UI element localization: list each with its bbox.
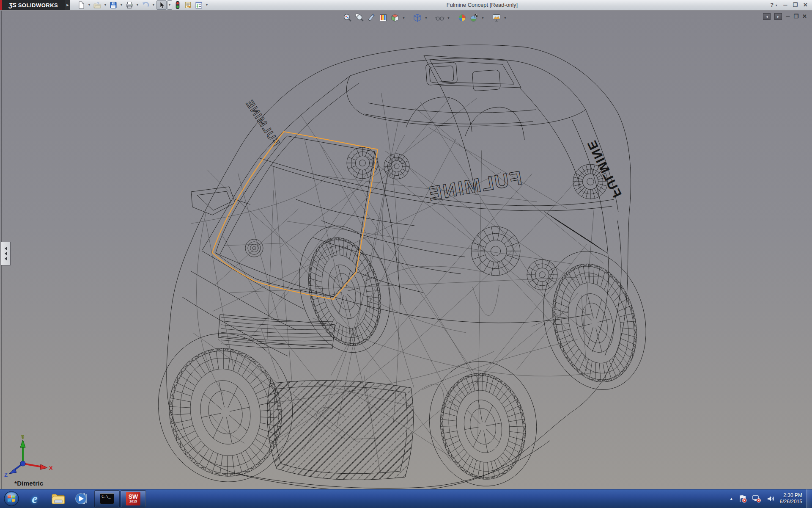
taskbar-item-internet-explorer[interactable]: e: [23, 490, 46, 508]
collapse-arrow-icon: [5, 247, 7, 250]
3ds-logo-icon: ƷS: [9, 2, 16, 8]
view-orientation-label: *Dimetric: [14, 480, 44, 487]
previous-window-button[interactable]: ◄: [763, 13, 771, 20]
section-view-icon: [379, 13, 388, 22]
view-settings-dropdown[interactable]: ▼: [503, 17, 507, 19]
model-badge-side: FULMINE: [584, 138, 624, 200]
brand-name: SOLIDWORKS: [18, 2, 58, 8]
undo-button[interactable]: [140, 0, 151, 10]
document-restore-button[interactable]: ❐: [793, 13, 798, 20]
start-button[interactable]: [0, 489, 23, 508]
save-floppy-icon: [109, 1, 118, 9]
hide-show-items-dropdown[interactable]: ▼: [447, 17, 450, 19]
apply-scene-dropdown[interactable]: ▼: [481, 17, 485, 19]
taskbar-item-media-player[interactable]: [71, 490, 93, 508]
rebuild-button[interactable]: [173, 0, 183, 10]
previous-view-button[interactable]: [366, 13, 376, 23]
view-orientation-cube-icon: [390, 13, 400, 22]
options-checklist-icon: [195, 1, 203, 9]
show-desktop-button[interactable]: [807, 489, 812, 508]
help-dropdown-icon: ▼: [775, 4, 778, 7]
y-axis-label: Y: [21, 435, 25, 440]
document-close-button[interactable]: ✕: [802, 13, 807, 20]
model-badge-pillar: FULMINE: [244, 97, 283, 148]
file-properties-icon: [184, 1, 192, 9]
tray-expand-button[interactable]: ▲: [730, 497, 733, 501]
select-button[interactable]: [156, 0, 167, 10]
svg-text:FULMINE: FULMINE: [244, 97, 283, 148]
view-settings-button[interactable]: [491, 13, 502, 23]
open-folder-icon: [93, 1, 102, 9]
zoom-to-fit-button[interactable]: [343, 13, 353, 23]
headsup-view-toolbar: ▼ ▼ ▼ ▼ ▼: [343, 13, 507, 23]
restore-button[interactable]: ❐: [793, 0, 798, 10]
internet-explorer-icon: e: [32, 491, 37, 506]
next-window-button[interactable]: ►: [774, 13, 782, 20]
open-button[interactable]: [92, 0, 102, 10]
selection-outline: [212, 132, 378, 299]
edit-appearance-button[interactable]: [457, 13, 467, 23]
apply-scene-button[interactable]: [469, 13, 479, 23]
model-badge-front: FULMINE: [426, 167, 524, 205]
network-status-icon[interactable]: [752, 494, 761, 503]
main-toolbar: ▼ ▼ ▼ ▼ ▼ ▼: [70, 0, 209, 10]
solidworks-window: ƷS SOLIDWORKS ▶ ▼ ▼ ▼ ▼ ▼: [0, 0, 812, 508]
action-center-flag-icon[interactable]: [738, 494, 747, 503]
select-dropdown[interactable]: ▼: [167, 0, 172, 10]
print-dropdown[interactable]: ▼: [135, 0, 140, 10]
minimize-button[interactable]: ─: [783, 0, 787, 10]
volume-speaker-icon[interactable]: [766, 494, 775, 503]
svg-text:FULMINE: FULMINE: [426, 167, 524, 205]
section-view-button[interactable]: [378, 13, 388, 23]
feature-panel-collapse-tab[interactable]: [1, 242, 11, 265]
taskbar-item-command-prompt[interactable]: C:\_: [94, 490, 120, 508]
display-style-cube-icon: [413, 13, 422, 22]
windows-taskbar: e C:\_ SW 2015 ▲ 2:30 PM 6/26/2015: [0, 489, 812, 508]
new-document-icon: [77, 1, 85, 9]
collapse-arrow-icon: [5, 252, 7, 255]
menu-flyout-button[interactable]: ▶: [65, 0, 70, 10]
view-orientation-button[interactable]: [390, 13, 400, 23]
command-prompt-icon: C:\_: [100, 493, 114, 504]
windows-logo-icon: [3, 491, 19, 507]
document-window-controls: ◄ ► ─ ❐ ✕: [763, 13, 807, 20]
apply-scene-icon: [469, 13, 479, 22]
solidworks-2015-icon: SW 2015: [126, 492, 140, 505]
zoom-to-area-icon: [355, 13, 364, 22]
save-dropdown[interactable]: ▼: [119, 0, 124, 10]
view-settings-monitor-icon: [492, 13, 501, 22]
appearance-sphere-icon: [458, 13, 467, 22]
view-orientation-dropdown[interactable]: ▼: [402, 17, 406, 19]
display-style-dropdown[interactable]: ▼: [424, 17, 428, 19]
clock-time: 2:30 PM: [780, 492, 802, 499]
clock-date: 6/26/2015: [780, 499, 802, 505]
graphics-viewport[interactable]: FULMINE FULMINE FULMINE: [0, 11, 812, 489]
system-tray: ▲ 2:30 PM 6/26/2015: [730, 489, 807, 508]
hide-show-items-button[interactable]: [435, 13, 445, 23]
clock[interactable]: 2:30 PM 6/26/2015: [780, 492, 804, 505]
file-properties-button[interactable]: [183, 0, 193, 10]
display-style-button[interactable]: [412, 13, 422, 23]
media-player-icon: [75, 492, 89, 505]
window-title: Fulmine Concept [Read-only]: [406, 0, 558, 10]
folder-icon: [51, 492, 66, 505]
taskbar-item-solidworks[interactable]: SW 2015: [121, 490, 146, 508]
close-button[interactable]: ✕: [803, 0, 808, 10]
open-dropdown[interactable]: ▼: [103, 0, 108, 10]
svg-text:FULMINE: FULMINE: [584, 138, 624, 200]
taskbar-item-windows-explorer[interactable]: [47, 490, 70, 508]
new-button[interactable]: [76, 0, 86, 10]
undo-dropdown[interactable]: ▼: [151, 0, 156, 10]
options-dropdown[interactable]: ▼: [204, 0, 209, 10]
x-axis-label: X: [49, 465, 53, 471]
z-axis-label: Z: [4, 472, 8, 477]
document-minimize-button[interactable]: ─: [786, 13, 790, 20]
options-button[interactable]: [194, 0, 204, 10]
save-button[interactable]: [108, 0, 118, 10]
help-button[interactable]: ?▼: [770, 0, 778, 10]
new-dropdown[interactable]: ▼: [87, 0, 92, 10]
print-button[interactable]: [124, 0, 134, 10]
zoom-to-area-button[interactable]: [354, 13, 365, 23]
brand-logo: ƷS SOLIDWORKS: [2, 0, 65, 10]
collapse-arrow-icon: [5, 257, 7, 260]
